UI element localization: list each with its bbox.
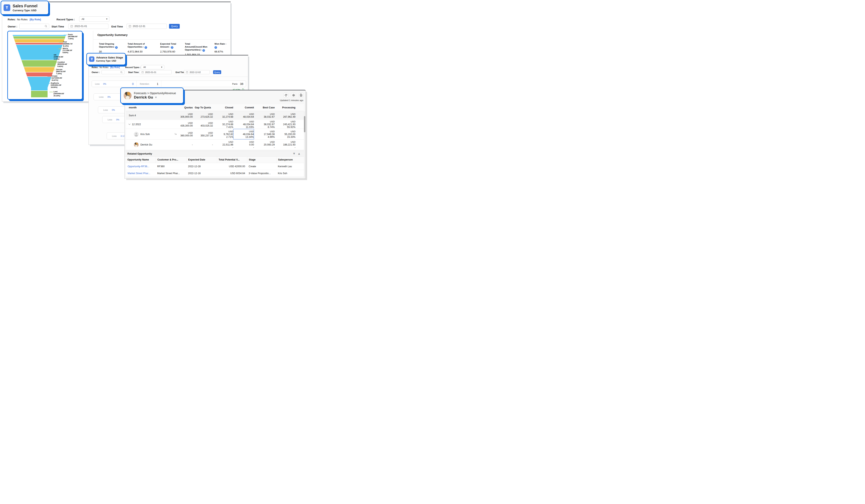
end-time-input[interactable]: 2022-12-02 xyxy=(184,70,210,74)
query-button[interactable]: Query xyxy=(169,24,180,28)
stage-cell-panic[interactable]: Panic 38 xyxy=(161,81,246,87)
by-role-link[interactable]: [By Role] xyxy=(30,18,41,21)
help-icon[interactable]: ? xyxy=(145,46,147,49)
collapse-up-icon[interactable]: ▲ xyxy=(298,152,300,155)
related-column-1[interactable]: Customer & Pro... xyxy=(155,156,186,163)
funnel-icon xyxy=(3,4,10,11)
customer-cell: RF360 xyxy=(155,165,186,168)
table-row-person: Derrick Gu--USD22,511.86-USD0.00-USD20,0… xyxy=(126,139,304,150)
cell-best-case: USD17,949.384.99% xyxy=(254,129,275,139)
stage-cell: Create xyxy=(247,165,276,168)
salesperson-cell: Kris Soh xyxy=(276,172,304,175)
record-types-dropdown[interactable]: All ▼ xyxy=(141,65,164,69)
chevron-expand-icon[interactable] xyxy=(129,123,130,125)
gear-icon[interactable] xyxy=(291,93,296,97)
funnel-connector xyxy=(53,62,57,63)
funnel-band-3[interactable] xyxy=(13,43,66,45)
cell-gap-to-quota: - xyxy=(193,140,213,150)
calendar-icon xyxy=(186,71,188,73)
collapse-down-icon[interactable]: ▼ xyxy=(293,152,295,155)
cell-quotas: USD435,300.00 xyxy=(173,120,193,129)
callout-sales-funnel: Sales Funnel Currency Type :USD xyxy=(1,1,49,15)
customer-cell: Market Street Phar... xyxy=(155,172,186,175)
cell-commit: USD0.00- xyxy=(233,140,254,150)
owner-search-input[interactable] xyxy=(102,70,124,74)
refresh-button[interactable] xyxy=(284,93,288,97)
related-row-1: Market Street Phar...Market Street Phar.… xyxy=(126,170,304,177)
cell-best-case: USD38,032.67 xyxy=(254,111,275,120)
funnel-label-fear: Fear(659996.73/8.13%) xyxy=(63,41,85,47)
cell-closed: USD22,511.86- xyxy=(213,140,233,150)
funnel-label-ok: OK(336918.60/4.15%) xyxy=(54,54,76,60)
related-column-5[interactable]: Salesperson xyxy=(276,156,304,163)
cell-quotas: USD360,000.00 xyxy=(173,129,193,139)
column-quotas[interactable]: Quotas xyxy=(173,106,193,109)
end-time-input[interactable]: 2022-12-31 xyxy=(127,24,167,29)
summary-stat-2: Expected Total Amount : ?2,793,978.60 xyxy=(160,43,183,53)
chevron-down-icon: ▼ xyxy=(106,18,107,20)
opportunity-link[interactable]: Market Street Phar... xyxy=(126,172,155,175)
funnel-connector xyxy=(49,92,53,92)
cell-gap-to-quota: USD350,237.18 xyxy=(193,129,213,139)
related-row-0: Opportunity-RF36...RF3602022-12-28USD 42… xyxy=(126,163,304,170)
opportunity-link[interactable]: Opportunity-RF36... xyxy=(126,165,155,168)
scrollbar-thumb[interactable] xyxy=(304,116,305,132)
breadcrumb: Forecasts > OpportunityRevenue xyxy=(134,92,176,95)
record-types-label: Record Types : xyxy=(57,18,75,21)
user-selector[interactable]: Derrick Gu ▼ xyxy=(134,95,176,99)
column-processing[interactable]: Processing xyxy=(275,106,296,109)
table-row-month-group: 12 2022 USD435,300.00USD403,025.32USD32,… xyxy=(126,120,304,129)
scrollbar-track[interactable] xyxy=(304,111,305,178)
callout-title: Advance Sales Stage xyxy=(96,56,123,59)
sales-stage-icon xyxy=(89,57,94,62)
stat-label: Expected Total Amount : ? xyxy=(160,43,183,49)
help-icon[interactable]: ? xyxy=(115,46,118,49)
report-icon[interactable] xyxy=(299,93,303,97)
table-row-sum: Sum:4 USD305,900.00USD273,625.32USD32,27… xyxy=(126,111,304,120)
stat-value: 2,793,978.60 xyxy=(160,50,183,53)
help-icon[interactable]: ? xyxy=(203,49,205,52)
query-button[interactable]: Query xyxy=(213,70,221,74)
month-group-label: 12 2022 xyxy=(132,123,141,126)
divider xyxy=(89,77,248,77)
by-role-link[interactable]: [By Role] xyxy=(110,66,120,69)
cell-gap-to-quota: USD403,025.32 xyxy=(193,120,213,129)
stage-cell-retention[interactable]: Retention 1 xyxy=(137,81,161,87)
stat-label: Total Amount(Closed-Won Opportunities) :… xyxy=(185,43,208,52)
stage-cell: 3-Value Propositio... xyxy=(247,172,276,175)
funnel-label-comfort: Comfort(805339.44/9.92%) xyxy=(57,61,79,68)
start-time-input[interactable]: 2022-01-01 xyxy=(68,24,108,29)
funnel-connector xyxy=(52,70,56,70)
funnel-connector xyxy=(64,35,67,35)
column-closed[interactable]: Closed xyxy=(213,106,233,109)
expected-date-cell: 2022-12-16 xyxy=(186,172,217,175)
stage-cell-loss[interactable]: Loss 0% 0 xyxy=(92,81,137,87)
funnel-band-1[interactable] xyxy=(13,36,66,39)
calendar-icon xyxy=(141,71,144,73)
stat-label: Total Ongoing Opportunities: ? xyxy=(99,43,125,49)
cell-commit[interactable]: USD48,034.6413.34% xyxy=(233,129,254,139)
stat-label: Total Amount of Opportunities : ? xyxy=(128,43,158,49)
funnel-band-0[interactable] xyxy=(13,35,66,36)
funnel-band-2[interactable] xyxy=(13,39,66,43)
column-commit[interactable]: Commit xyxy=(233,106,254,109)
cell-quotas: USD305,900.00 xyxy=(173,111,193,120)
person-name-label: Kris Soh xyxy=(140,133,150,136)
related-column-4[interactable]: Stage xyxy=(247,156,276,163)
related-column-3[interactable]: Total Potential V... xyxy=(217,156,247,163)
potential-value-cell: USD 6034.64 xyxy=(217,172,247,175)
record-types-dropdown[interactable]: All ▼ xyxy=(79,16,109,22)
help-icon[interactable]: ? xyxy=(215,46,217,49)
column-best-case[interactable]: Best Case xyxy=(254,106,275,109)
salesperson-cell: Kenneth Lau xyxy=(276,165,304,168)
sum-label: Sum:4 xyxy=(126,114,173,117)
related-column-2[interactable]: Expected Date xyxy=(186,156,217,163)
start-time-input[interactable]: 2022-01-01 xyxy=(139,70,172,74)
column-gap-to-quota[interactable]: Gap To Quota xyxy=(193,106,213,109)
help-icon[interactable]: ? xyxy=(171,46,173,49)
desktop: Roles: No Roles [By Role] Record Types :… xyxy=(0,0,310,180)
owner-search-input[interactable] xyxy=(19,24,49,29)
column-month[interactable]: month xyxy=(126,106,173,109)
calendar-icon xyxy=(129,25,131,28)
related-column-0[interactable]: Opportunity Name xyxy=(126,156,155,163)
